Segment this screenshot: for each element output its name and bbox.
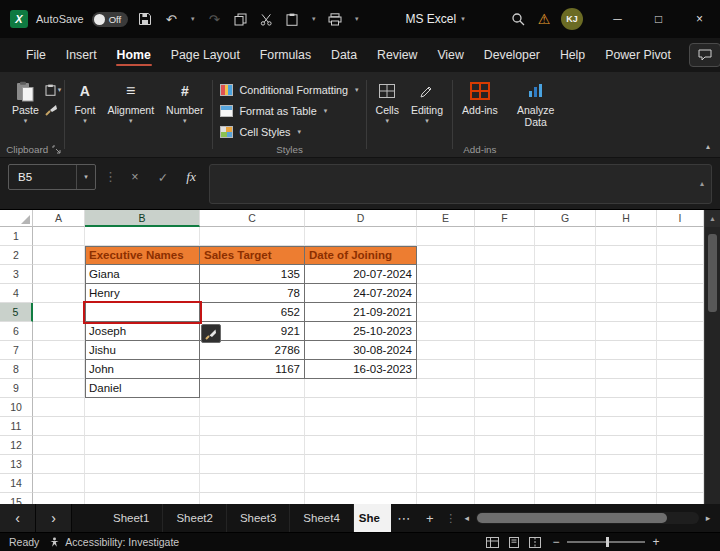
- cell-E15[interactable]: [417, 493, 475, 504]
- row-header-11[interactable]: 11: [0, 417, 33, 436]
- cell-E14[interactable]: [417, 474, 475, 493]
- sheet-tab-active[interactable]: She: [354, 504, 391, 532]
- cell-H13[interactable]: [596, 455, 657, 474]
- new-sheet-button[interactable]: +: [417, 504, 443, 532]
- cell-A8[interactable]: [33, 360, 85, 379]
- account-avatar[interactable]: KJ: [561, 8, 583, 30]
- redo-icon[interactable]: ↷: [205, 7, 223, 31]
- cell-A2[interactable]: [33, 246, 85, 265]
- row-header-6[interactable]: 6: [0, 322, 33, 341]
- cell-C4[interactable]: 78: [200, 284, 305, 303]
- cell-F9[interactable]: [475, 379, 535, 398]
- cell-D14[interactable]: [305, 474, 417, 493]
- confirm-entry-button[interactable]: ✓: [153, 164, 173, 190]
- cell-E5[interactable]: [417, 303, 475, 322]
- name-box-chevron-down-icon[interactable]: ▾: [76, 165, 95, 189]
- cell-D5[interactable]: 21-09-2021: [305, 303, 417, 322]
- cell-B11[interactable]: [85, 417, 200, 436]
- cell-I3[interactable]: [657, 265, 704, 284]
- menu-tab-help[interactable]: Help: [550, 41, 595, 69]
- cell-E10[interactable]: [417, 398, 475, 417]
- select-all-button[interactable]: [0, 210, 33, 227]
- horizontal-scrollbar-track[interactable]: [476, 512, 699, 524]
- dialog-launcher-icon[interactable]: [52, 145, 61, 154]
- cell-B14[interactable]: [85, 474, 200, 493]
- collapse-ribbon-chevron-icon[interactable]: ▴: [706, 142, 710, 151]
- quick-print-icon[interactable]: [326, 7, 344, 31]
- cell-G12[interactable]: [535, 436, 596, 455]
- cell-E4[interactable]: [417, 284, 475, 303]
- sheet-tab-sheet2[interactable]: Sheet2: [163, 504, 226, 532]
- cell-G8[interactable]: [535, 360, 596, 379]
- cell-A12[interactable]: [33, 436, 85, 455]
- cell-H8[interactable]: [596, 360, 657, 379]
- cell-G10[interactable]: [535, 398, 596, 417]
- cell-B1[interactable]: [85, 227, 200, 246]
- cell-I6[interactable]: [657, 322, 704, 341]
- cell-G15[interactable]: [535, 493, 596, 504]
- cell-H2[interactable]: [596, 246, 657, 265]
- cell-D8[interactable]: 16-03-2023: [305, 360, 417, 379]
- cell-B12[interactable]: [85, 436, 200, 455]
- cell-F1[interactable]: [475, 227, 535, 246]
- formula-bar-collapse-chevron-icon[interactable]: ▴: [700, 179, 704, 188]
- scroll-up-arrow-icon[interactable]: ▲: [705, 210, 720, 227]
- cell-B3[interactable]: Giana: [85, 265, 200, 284]
- cell-F4[interactable]: [475, 284, 535, 303]
- cell-E3[interactable]: [417, 265, 475, 284]
- undo-icon[interactable]: ↶: [162, 7, 180, 31]
- cell-F13[interactable]: [475, 455, 535, 474]
- menu-tab-formulas[interactable]: Formulas: [250, 41, 321, 69]
- column-header-H[interactable]: H: [596, 210, 657, 227]
- cell-A13[interactable]: [33, 455, 85, 474]
- menu-tab-home[interactable]: Home: [107, 41, 161, 69]
- cell-D12[interactable]: [305, 436, 417, 455]
- excel-logo-icon[interactable]: X: [10, 10, 28, 28]
- column-header-A[interactable]: A: [33, 210, 85, 227]
- cell-H9[interactable]: [596, 379, 657, 398]
- column-header-D[interactable]: D: [305, 210, 417, 227]
- cell-G1[interactable]: [535, 227, 596, 246]
- cell-I4[interactable]: [657, 284, 704, 303]
- cell-H4[interactable]: [596, 284, 657, 303]
- cell-A11[interactable]: [33, 417, 85, 436]
- save-icon[interactable]: [136, 7, 154, 31]
- cell-G4[interactable]: [535, 284, 596, 303]
- cell-F10[interactable]: [475, 398, 535, 417]
- cell-E2[interactable]: [417, 246, 475, 265]
- cell-G3[interactable]: [535, 265, 596, 284]
- cell-H10[interactable]: [596, 398, 657, 417]
- cell-G7[interactable]: [535, 341, 596, 360]
- cell-H7[interactable]: [596, 341, 657, 360]
- menu-tab-insert[interactable]: Insert: [56, 41, 107, 69]
- cell-E11[interactable]: [417, 417, 475, 436]
- cell-B8[interactable]: John: [85, 360, 200, 379]
- window-title[interactable]: MS Excel ▾: [406, 12, 465, 26]
- cell-F11[interactable]: [475, 417, 535, 436]
- column-header-C[interactable]: C: [200, 210, 305, 227]
- cell-G2[interactable]: [535, 246, 596, 265]
- conditional-formatting-button[interactable]: Conditional Formatting▾: [216, 81, 362, 99]
- cell-B10[interactable]: [85, 398, 200, 417]
- cell-E13[interactable]: [417, 455, 475, 474]
- horizontal-scrollbar-thumb[interactable]: [477, 513, 667, 523]
- cell-H3[interactable]: [596, 265, 657, 284]
- cell-A6[interactable]: [33, 322, 85, 341]
- cell-H12[interactable]: [596, 436, 657, 455]
- vertical-scrollbar-thumb[interactable]: [708, 234, 717, 312]
- row-header-1[interactable]: 1: [0, 227, 33, 246]
- cell-F15[interactable]: [475, 493, 535, 504]
- page-break-view-icon[interactable]: [529, 537, 541, 548]
- cell-C9[interactable]: [200, 379, 305, 398]
- cell-G13[interactable]: [535, 455, 596, 474]
- name-box[interactable]: B5 ▾: [8, 164, 96, 190]
- menu-tab-view[interactable]: View: [427, 41, 473, 69]
- search-icon[interactable]: [509, 7, 527, 31]
- next-sheet-button[interactable]: ›: [36, 504, 72, 532]
- cell-B13[interactable]: [85, 455, 200, 474]
- cell-I15[interactable]: [657, 493, 704, 504]
- sheet-tab-sheet3[interactable]: Sheet3: [227, 504, 290, 532]
- row-header-4[interactable]: 4: [0, 284, 33, 303]
- cut-icon[interactable]: [257, 7, 275, 31]
- cell-F7[interactable]: [475, 341, 535, 360]
